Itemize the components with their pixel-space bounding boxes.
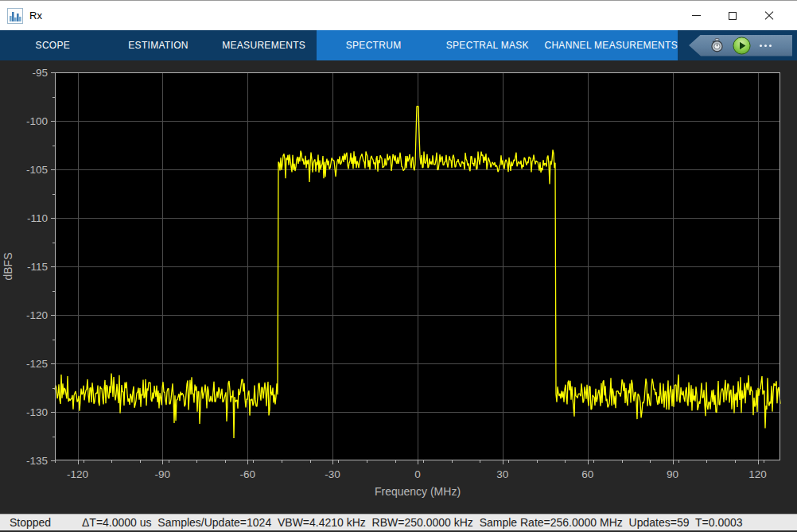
close-button[interactable] xyxy=(751,1,787,30)
x-tick-label: 120 xyxy=(748,468,767,480)
y-tick-label: -105 xyxy=(26,164,48,176)
tab-channel-measurements[interactable]: CHANNEL MEASUREMENTS xyxy=(544,30,678,60)
minimize-button[interactable] xyxy=(678,1,714,30)
run-icon[interactable] xyxy=(733,37,751,55)
maximize-icon xyxy=(729,12,737,20)
window-title: Rx xyxy=(29,10,42,21)
tab-spectrum[interactable]: SPECTRUM xyxy=(317,30,430,60)
y-tick-label: -115 xyxy=(27,261,48,273)
spectrum-histogram-icon xyxy=(7,8,23,24)
x-tick-label: -90 xyxy=(155,468,171,480)
y-tick-label: -95 xyxy=(32,67,48,79)
status-details: ΔT=4.0000 us Samples/Update=1024 VBW=4.4… xyxy=(82,516,743,529)
tab-spectral-mask[interactable]: SPECTRAL MASK xyxy=(430,30,544,60)
y-tick-label: -125 xyxy=(26,358,48,370)
y-tick-label: -110 xyxy=(27,212,48,224)
y-tick-label: -100 xyxy=(26,115,48,127)
maximize-button[interactable] xyxy=(714,1,751,30)
x-axis-label: Frequency (MHz) xyxy=(375,485,461,498)
close-icon xyxy=(764,11,774,21)
stopwatch-icon[interactable] xyxy=(710,38,724,52)
spectrum-analyzer-window: Rx SCOPE ESTIMATION MEASUREMENTS SPECTRU… xyxy=(0,0,797,532)
tab-measurements[interactable]: MEASUREMENTS xyxy=(211,30,317,60)
quick-access-area xyxy=(678,30,797,60)
y-axis-label: dBFS xyxy=(2,252,14,280)
spectrum-plot-panel: -120-90-60-300306090120-95-100-105-110-1… xyxy=(0,60,797,514)
ellipsis-icon[interactable] xyxy=(760,45,772,47)
toolstrip: SCOPE ESTIMATION MEASUREMENTS SPECTRUM S… xyxy=(0,30,797,60)
minimize-icon xyxy=(692,15,701,16)
y-tick-label: -130 xyxy=(26,406,48,418)
x-tick-label: -30 xyxy=(325,468,340,480)
run-controls-banner xyxy=(689,35,792,56)
tab-estimation[interactable]: ESTIMATION xyxy=(106,30,212,60)
y-tick-label: -135 xyxy=(26,455,48,467)
x-tick-label: 90 xyxy=(667,468,678,480)
main-tab-group: SCOPE ESTIMATION MEASUREMENTS xyxy=(0,30,317,60)
y-tick-label: -120 xyxy=(26,309,48,321)
status-bar: Stopped ΔT=4.0000 us Samples/Update=1024… xyxy=(0,514,797,532)
context-tab-group: SPECTRUM SPECTRAL MASK CHANNEL MEASUREME… xyxy=(317,30,678,60)
tab-scope[interactable]: SCOPE xyxy=(0,30,106,60)
x-tick-label: 30 xyxy=(496,468,508,480)
x-tick-label: 60 xyxy=(581,468,593,480)
status-state: Stopped xyxy=(10,516,82,529)
x-tick-label: 0 xyxy=(414,468,421,480)
x-tick-label: -120 xyxy=(67,468,88,480)
title-bar: Rx xyxy=(0,1,797,30)
spectrum-plot[interactable]: -120-90-60-300306090120-95-100-105-110-1… xyxy=(0,60,797,514)
x-tick-label: -60 xyxy=(239,468,255,480)
